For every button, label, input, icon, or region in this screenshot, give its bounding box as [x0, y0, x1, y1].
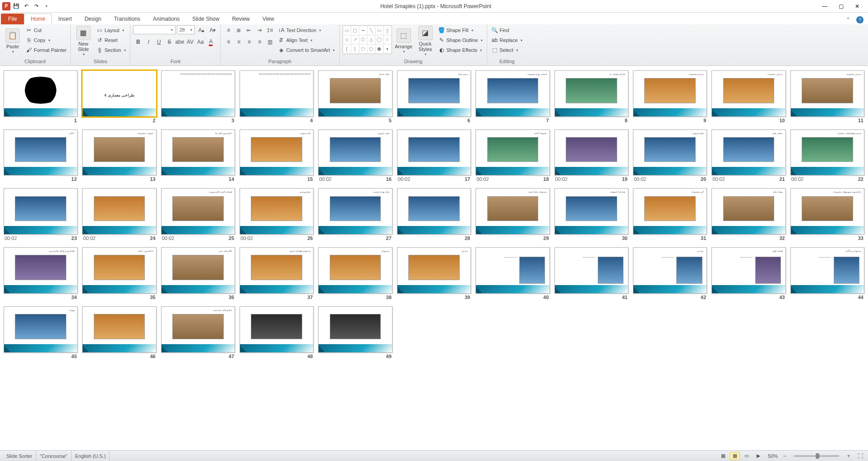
- tab-transitions[interactable]: Transitions: [108, 14, 147, 24]
- italic-icon[interactable]: I: [143, 37, 153, 47]
- sorter-view-icon[interactable]: ▩: [730, 452, 740, 460]
- slide-thumb[interactable]: استخر روباز مجموعه: [476, 70, 549, 117]
- format-painter-button[interactable]: 🖌Format Painter: [24, 45, 68, 55]
- slide-thumb[interactable]: [82, 188, 156, 235]
- bold-icon[interactable]: B: [133, 37, 143, 47]
- change-case-icon[interactable]: Aa: [195, 37, 205, 47]
- slide-sorter[interactable]: 1طراحی معماری 42■■■ ■■■■ ■■■ ■■■■■ ■■■ ■…: [0, 66, 868, 450]
- zoom-thumb[interactable]: [816, 453, 819, 459]
- slide-thumb[interactable]: [4, 188, 78, 235]
- slideshow-view-icon[interactable]: ▶: [753, 452, 763, 460]
- underline-icon[interactable]: U: [154, 37, 164, 47]
- bullets-icon[interactable]: ≡: [223, 25, 233, 35]
- close-icon[interactable]: ✕: [852, 2, 863, 11]
- status-theme[interactable]: "Concourse": [36, 451, 71, 461]
- copy-button[interactable]: ⎘Copy▼: [24, 35, 68, 45]
- slide-thumb[interactable]: ■■ ■■■ ■■ ■■■■ ■■ ■■■ ■■■■: [476, 247, 549, 294]
- justify-icon[interactable]: ≡: [254, 37, 264, 47]
- shape-fill-button[interactable]: 🪣Shape Fill▼: [437, 25, 485, 35]
- slide-thumb[interactable]: فضای ویژه واتاق های فرمی: [4, 247, 78, 294]
- font-color-icon[interactable]: A: [206, 37, 216, 47]
- restore-icon[interactable]: ▢: [836, 2, 846, 11]
- minimize-icon[interactable]: —: [819, 2, 830, 11]
- slide-thumb[interactable]: پذیرش: [397, 247, 471, 294]
- new-slide-button[interactable]: ▦ New Slide ▼: [74, 25, 93, 56]
- slide-thumb[interactable]: [554, 129, 628, 176]
- slide-thumb[interactable]: بوتیک هتل: [711, 188, 785, 235]
- columns-icon[interactable]: ▥: [265, 37, 275, 47]
- slide-thumb[interactable]: هتل شیراز: [318, 70, 392, 117]
- slide-thumb[interactable]: ■■■ ■■■■ ■■■ ■■■■■ ■■■ ■■■■ ■■■■■ ■■■ ■■…: [240, 70, 314, 117]
- status-view[interactable]: Slide Sorter: [3, 451, 36, 461]
- slide-thumb[interactable]: دکراسیون اتاق ها: [161, 129, 235, 176]
- replace-button[interactable]: abReplace▼: [490, 35, 524, 45]
- font-size-combo[interactable]: 28▼: [177, 25, 195, 34]
- slide-thumb[interactable]: [318, 306, 392, 353]
- tab-animations[interactable]: Animations: [147, 14, 186, 24]
- find-button[interactable]: 🔍Find: [490, 25, 524, 35]
- slide-thumb[interactable]: ■■ ■■■ ■■ ■■■■ ■■ ■■■ ■■■■: [554, 247, 628, 294]
- slide-thumb[interactable]: رستوران وفضای تفریق: [240, 247, 314, 294]
- slide-thumb[interactable]: [240, 306, 314, 353]
- paste-button[interactable]: 📋 Paste ▼: [3, 25, 23, 56]
- char-spacing-icon[interactable]: AV: [185, 37, 195, 47]
- slide-thumb[interactable]: رستوران هتل اصیل: [476, 188, 549, 235]
- slide-thumb[interactable]: [82, 306, 156, 353]
- text-direction-button[interactable]: ↕AText Direction▼: [277, 25, 336, 35]
- increase-indent-icon[interactable]: ⇥: [254, 25, 264, 35]
- slide-thumb[interactable]: ورودی: [4, 306, 78, 353]
- strike-icon[interactable]: S: [164, 37, 174, 47]
- tab-insert[interactable]: Insert: [52, 14, 78, 24]
- reset-button[interactable]: ↺Reset: [95, 35, 128, 45]
- slide-thumb[interactable]: فضای داخلی اتاق سوییت: [161, 188, 235, 235]
- decrease-indent-icon[interactable]: ⇤: [244, 25, 254, 35]
- slide-thumb[interactable]: هتل داریوش: [633, 129, 707, 176]
- help-icon[interactable]: ?: [856, 16, 863, 23]
- slide-thumb[interactable]: طراحی معماری 4: [82, 70, 156, 117]
- redo-icon[interactable]: ↷: [32, 2, 41, 11]
- slide-thumb[interactable]: دکراسیون سوییتهای مجموعه: [790, 188, 864, 235]
- slide-thumb[interactable]: برج دبی■■ ■■■ ■■ ■■■■ ■■ ■■■ ■■■■: [633, 247, 707, 294]
- align-text-button[interactable]: ⇵Align Text▼: [277, 35, 336, 45]
- shrink-font-icon[interactable]: A▾: [208, 25, 217, 35]
- align-left-icon[interactable]: ≡: [223, 37, 233, 47]
- align-right-icon[interactable]: ≡: [244, 37, 254, 47]
- slide-thumb[interactable]: هتل داریوش: [318, 129, 392, 176]
- slide-thumb[interactable]: پذیرش مجموعه: [711, 70, 785, 117]
- zoom-out-icon[interactable]: −: [780, 451, 790, 461]
- slide-thumb[interactable]: [397, 188, 471, 235]
- font-family-combo[interactable]: ▼: [133, 25, 175, 34]
- slide-thumb[interactable]: بالکن: [4, 129, 78, 176]
- slide-thumb[interactable]: رستوران: [318, 247, 392, 294]
- undo-icon[interactable]: ↶: [22, 2, 31, 11]
- line-spacing-icon[interactable]: ‡≡: [265, 25, 275, 35]
- section-button[interactable]: §Section▼: [95, 45, 128, 55]
- slide-thumb[interactable]: محوطه گنجه: [476, 129, 549, 176]
- cut-button[interactable]: ✂Cut: [24, 25, 68, 35]
- slide-thumb[interactable]: [4, 70, 78, 117]
- slide-thumb[interactable]: اتاق های تیپی: [161, 247, 235, 294]
- slide-thumb[interactable]: سوییت مجموعه: [82, 129, 156, 176]
- select-button[interactable]: ⬚Select▼: [490, 45, 524, 55]
- layout-button[interactable]: ▭Layout▼: [95, 25, 128, 35]
- status-language[interactable]: English (U.S.): [72, 451, 110, 461]
- align-center-icon[interactable]: ≡: [234, 37, 244, 47]
- shape-effects-button[interactable]: ◐Shape Effects▼: [437, 45, 485, 55]
- shapes-gallery[interactable]: ▭▢━╲▭▯ ◇↗⬡△◯☆ {}⬠⬡⬢▾: [342, 25, 392, 54]
- slide-thumb[interactable]: پلان سوییت: [240, 129, 314, 176]
- fit-window-icon[interactable]: ⛶: [855, 451, 865, 461]
- slide-thumb[interactable]: [397, 129, 471, 176]
- slide-thumb[interactable]: پرسی هتل: [397, 70, 471, 117]
- convert-smartart-button[interactable]: ◈Convert to SmartArt▼: [277, 45, 336, 55]
- app-icon[interactable]: P: [2, 2, 11, 11]
- tab-home[interactable]: Home: [24, 14, 52, 24]
- grow-font-icon[interactable]: A▴: [196, 25, 206, 35]
- slide-thumb[interactable]: هتل ورزشی: [240, 188, 314, 235]
- normal-view-icon[interactable]: ▦: [718, 452, 728, 460]
- save-icon[interactable]: 💾: [12, 2, 21, 11]
- slide-thumb[interactable]: لابی مجموعه: [633, 188, 707, 235]
- quick-styles-button[interactable]: ◪ Quick Styles ▼: [416, 25, 435, 56]
- slide-thumb[interactable]: راهرو های دسترسی: [161, 306, 235, 353]
- zoom-slider[interactable]: [794, 455, 839, 457]
- slide-thumb[interactable]: ■■■ ■■■■ ■■■ ■■■■■ ■■■ ■■■■ ■■■■■ ■■■ ■■…: [161, 70, 235, 117]
